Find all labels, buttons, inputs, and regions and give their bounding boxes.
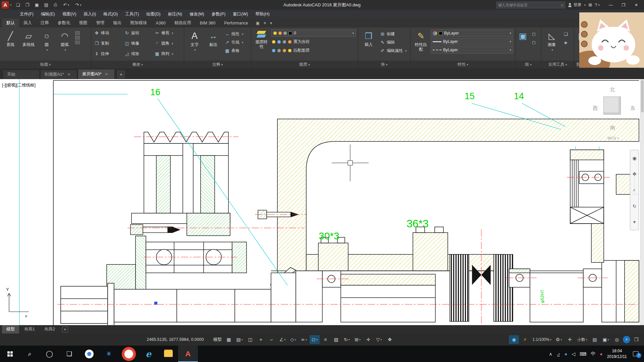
polar-tracking-toggle[interactable]: ∠ bbox=[277, 335, 287, 344]
save-button[interactable]: ▣ bbox=[33, 1, 41, 9]
layer-isolate-icon[interactable] bbox=[277, 40, 281, 44]
layer-off-icon[interactable] bbox=[272, 40, 275, 44]
tab-performance[interactable]: Performance bbox=[220, 18, 253, 27]
table-tool[interactable]: ▦表格 bbox=[223, 47, 245, 55]
lineweight-dropdown[interactable]: ByLayer bbox=[431, 38, 513, 45]
linear-dim-tool[interactable]: ↔线性 bbox=[223, 30, 245, 38]
viewcube-east[interactable]: 东 bbox=[630, 105, 635, 112]
units-control[interactable]: 小数 bbox=[576, 335, 589, 344]
clean-screen-toggle[interactable]: ❒ bbox=[631, 335, 641, 344]
navbar-caret[interactable]: ▾ bbox=[633, 219, 636, 225]
array-tool[interactable]: ▦阵列 bbox=[153, 50, 182, 58]
layout-tab-model[interactable]: 模型 bbox=[2, 325, 19, 334]
circle-tool[interactable]: ○圆 bbox=[38, 28, 56, 60]
osnap-tracking-toggle[interactable]: ≍ bbox=[299, 335, 309, 344]
layer-delete-icon[interactable] bbox=[283, 49, 286, 52]
annotation-autoscale-toggle[interactable]: ⚡ bbox=[520, 335, 530, 344]
measure-button[interactable]: ◺ 测量 bbox=[543, 28, 561, 60]
tab-bim360[interactable]: BIM 360 bbox=[196, 18, 220, 27]
linetype-dropdown[interactable]: ByLayer bbox=[431, 46, 513, 54]
ribbon-collapse-caret[interactable]: ▾ bbox=[270, 18, 272, 27]
draw-flyout-icons[interactable] bbox=[74, 28, 80, 44]
sun-icon[interactable]: ☀ bbox=[263, 18, 267, 27]
insert-block-button[interactable]: ❒ 插入 bbox=[360, 28, 378, 60]
lang-indicator[interactable]: 中 bbox=[591, 351, 595, 357]
tab-default[interactable]: 默认 bbox=[2, 18, 19, 27]
leader-tool[interactable]: ↗引线 bbox=[223, 38, 245, 47]
menu-item[interactable]: 编辑(E) bbox=[37, 10, 59, 18]
edit-attribs-button[interactable]: ✐编辑属性 bbox=[378, 47, 408, 55]
app-menu-caret-icon[interactable] bbox=[10, 3, 12, 7]
tray-expand-icon[interactable]: ∧ bbox=[549, 351, 552, 357]
sign-in-button[interactable]: 登录 bbox=[568, 2, 586, 8]
viewcube-cube[interactable] bbox=[603, 97, 621, 115]
selection-cycling-toggle[interactable]: ↻ bbox=[342, 335, 352, 344]
menu-item[interactable]: 窗口(W) bbox=[229, 10, 252, 18]
model-space-button[interactable]: 模型 bbox=[212, 335, 223, 344]
new-file-button[interactable]: ❏ bbox=[14, 1, 22, 9]
layer-walk-icon[interactable] bbox=[272, 49, 275, 52]
tab-parametric[interactable]: 参数化 bbox=[53, 18, 75, 27]
viewcube-north[interactable]: 北 bbox=[610, 86, 615, 93]
taskbar-clock[interactable]: 18:04 2019/12/11 bbox=[607, 348, 627, 359]
drawing-area[interactable]: 16 15 14 30*3 36*3 φ52H7 Y × bbox=[0, 79, 644, 325]
tab-close-icon[interactable]: ✕ bbox=[105, 72, 108, 76]
ungroup-button[interactable]: ◻ bbox=[530, 30, 538, 38]
tab-insert[interactable]: 插入 bbox=[19, 18, 36, 27]
tab-output[interactable]: 输出 bbox=[109, 18, 126, 27]
start-button[interactable] bbox=[0, 346, 20, 362]
workspace-switching-control[interactable]: ⚙ bbox=[554, 335, 564, 344]
help-search-box[interactable]: ⌕ bbox=[496, 2, 565, 8]
dynamic-ucs-toggle[interactable]: ✛ bbox=[363, 335, 373, 344]
layer-merge-icon[interactable] bbox=[277, 49, 281, 52]
task-view-button[interactable]: ❏ bbox=[59, 346, 79, 362]
snap-toggle[interactable]: ▤ bbox=[234, 335, 245, 344]
panel-label-properties[interactable]: 特性 bbox=[411, 61, 515, 68]
quick-properties-toggle[interactable]: ▤ bbox=[590, 335, 600, 344]
panel-label-annotate[interactable]: 注释 bbox=[184, 61, 251, 68]
trim-tool[interactable]: ✂修剪 bbox=[153, 29, 182, 37]
layer-freeze-icon[interactable] bbox=[283, 40, 286, 44]
layout-tab-1[interactable]: 布局1 bbox=[20, 325, 39, 334]
graphics-performance-toggle[interactable]: ⚡ bbox=[623, 336, 630, 343]
menu-item[interactable]: 修改(M) bbox=[186, 10, 208, 18]
panel-label-draw[interactable]: 绘图 bbox=[0, 61, 91, 68]
tab-manage[interactable]: 管理 bbox=[92, 18, 109, 27]
viewcube-wcs-menu[interactable]: WCS bbox=[607, 136, 619, 140]
isodraft-toggle[interactable]: ◇ bbox=[288, 335, 298, 344]
stretch-tool[interactable]: ⇕拉伸 bbox=[93, 50, 122, 58]
menu-item[interactable]: 文件(F) bbox=[16, 10, 37, 18]
tab-a360[interactable]: A360 bbox=[152, 18, 170, 27]
viewcube-west[interactable]: 西 bbox=[593, 105, 598, 112]
menu-item[interactable]: 视图(V) bbox=[59, 10, 80, 18]
edge-app[interactable]: e bbox=[139, 346, 158, 362]
polyline-tool[interactable]: ▱多段线 bbox=[19, 28, 38, 60]
help-icon[interactable]: ? bbox=[595, 2, 600, 7]
viewcube[interactable]: 北 西 东 南 WCS bbox=[589, 84, 639, 147]
close-button[interactable]: ✕ bbox=[630, 0, 643, 10]
open-file-button[interactable]: ❐ bbox=[23, 1, 32, 9]
explorer-app[interactable] bbox=[158, 346, 178, 362]
grid-toggle[interactable]: ▦ bbox=[224, 335, 234, 344]
orbit-icon[interactable]: ↻ bbox=[633, 203, 637, 209]
move-tool[interactable]: ✥移动 bbox=[93, 29, 122, 37]
new-drawing-tab-button[interactable]: + bbox=[117, 71, 125, 78]
match-layer-button[interactable]: 匹配图层 bbox=[293, 48, 310, 53]
autocad-app[interactable]: A bbox=[178, 346, 198, 362]
cortana-button[interactable]: ◯ bbox=[40, 346, 59, 362]
viewcube-south[interactable]: 南 bbox=[610, 125, 615, 131]
search-button[interactable]: ⌕ bbox=[20, 346, 40, 362]
fillet-tool[interactable]: ◜圆角 bbox=[153, 39, 182, 48]
annotation-monitor-toggle[interactable]: ✛ bbox=[565, 335, 575, 344]
layer-prev-icon[interactable] bbox=[288, 49, 291, 52]
menu-item[interactable]: 参数(P) bbox=[208, 10, 229, 18]
annotation-visibility-toggle[interactable]: ◉ bbox=[509, 335, 519, 344]
panel-label-layer[interactable]: 图层 bbox=[251, 61, 358, 68]
group-button[interactable]: ▣ bbox=[517, 28, 529, 60]
restore-button[interactable]: ❐ bbox=[617, 0, 630, 10]
pan-icon[interactable]: ✥ bbox=[633, 171, 637, 177]
stream-emote-icon[interactable] bbox=[581, 31, 588, 38]
group-edit-button[interactable]: ◻ bbox=[530, 38, 538, 47]
tab-close-icon[interactable]: ✕ bbox=[67, 72, 70, 77]
steering-wheel-icon[interactable]: ◉ bbox=[632, 156, 636, 161]
